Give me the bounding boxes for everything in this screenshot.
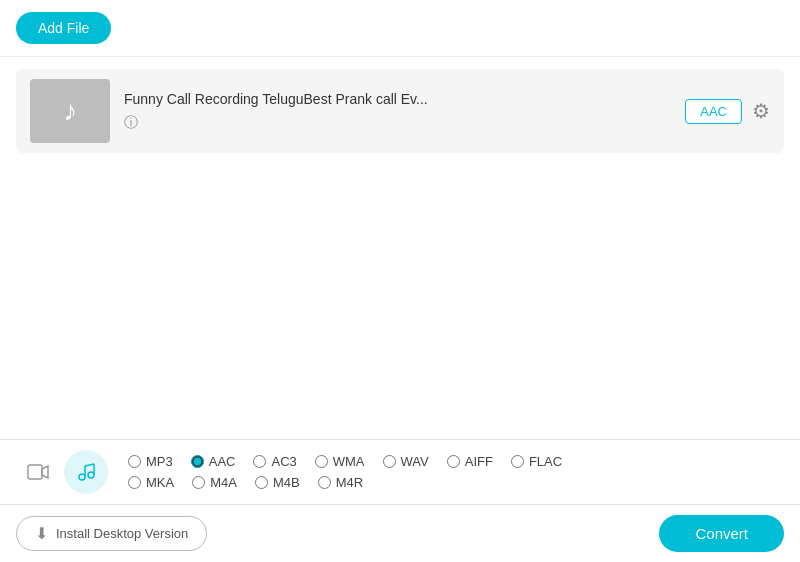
install-desktop-button[interactable]: ⬇ Install Desktop Version [16,516,207,551]
format-ac3[interactable]: AC3 [253,454,296,469]
format-row-1: MP3 AAC AC3 WMA WAV AIFF F [128,454,784,469]
file-item: ♪ Funny Call Recording TeluguBest Prank … [16,69,784,153]
settings-icon[interactable]: ⚙ [752,99,770,123]
bottom-panel: MP3 AAC AC3 WMA WAV AIFF F [0,439,800,562]
format-m4r[interactable]: M4R [318,475,363,490]
format-wma[interactable]: WMA [315,454,365,469]
format-aiff[interactable]: AIFF [447,454,493,469]
format-aac[interactable]: AAC [191,454,236,469]
download-icon: ⬇ [35,524,48,543]
file-name: Funny Call Recording TeluguBest Prank ca… [124,91,671,107]
format-flac[interactable]: FLAC [511,454,562,469]
main-content-area [0,165,800,405]
audio-mode-icon[interactable] [64,450,108,494]
file-info: Funny Call Recording TeluguBest Prank ca… [124,91,671,132]
add-file-button[interactable]: Add File [16,12,111,44]
format-m4a[interactable]: M4A [192,475,237,490]
format-options: MP3 AAC AC3 WMA WAV AIFF F [128,454,784,490]
file-thumbnail: ♪ [30,79,110,143]
svg-point-3 [88,472,94,478]
format-panel: MP3 AAC AC3 WMA WAV AIFF F [0,440,800,505]
media-type-icons [16,450,108,494]
action-bar: ⬇ Install Desktop Version Convert [0,505,800,562]
music-note-icon: ♪ [63,95,77,127]
info-icon[interactable]: ⓘ [124,114,138,130]
format-m4b[interactable]: M4B [255,475,300,490]
top-toolbar: Add File [0,0,800,57]
install-label: Install Desktop Version [56,526,188,541]
format-wav[interactable]: WAV [383,454,429,469]
svg-rect-0 [28,465,42,479]
format-mka[interactable]: MKA [128,475,174,490]
format-row-2: MKA M4A M4B M4R [128,475,784,490]
file-list: ♪ Funny Call Recording TeluguBest Prank … [0,57,800,165]
format-badge-button[interactable]: AAC [685,99,742,124]
format-mp3[interactable]: MP3 [128,454,173,469]
convert-button[interactable]: Convert [659,515,784,552]
file-actions: AAC ⚙ [685,99,770,124]
svg-marker-1 [42,466,48,478]
svg-line-6 [85,464,94,466]
video-mode-icon[interactable] [16,450,60,494]
svg-point-2 [79,474,85,480]
